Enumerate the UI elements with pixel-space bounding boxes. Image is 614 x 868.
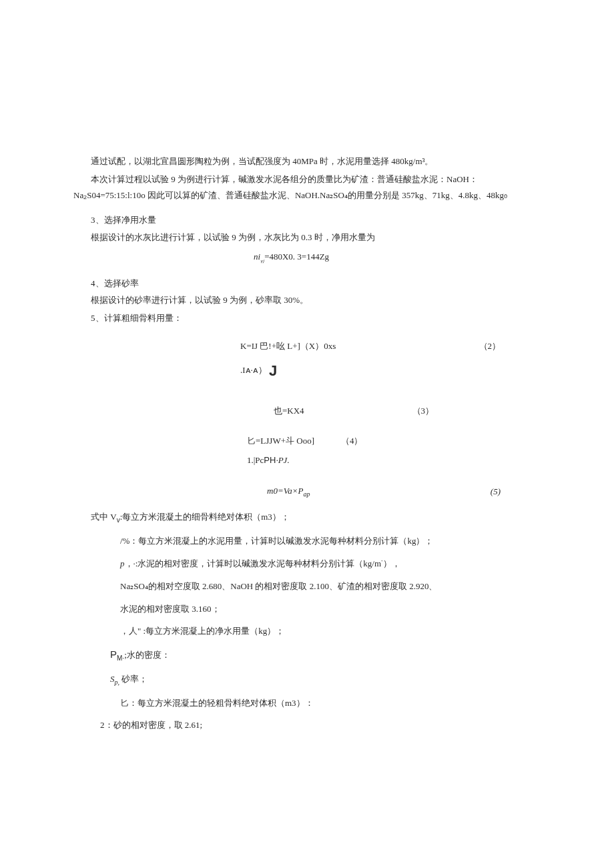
formula-text: .Iᴀ·ᴀ） — [240, 365, 267, 375]
formula-text: 也=KX4 — [274, 403, 304, 418]
formula-number: （3） — [304, 403, 541, 418]
formula-number: (5) — [310, 484, 541, 499]
formula-text: 匕=LJJW+斗 Ooo] — [247, 433, 314, 448]
definition-line: ，人" :每立方米混凝上的净水用量（kg）； — [120, 623, 541, 638]
formula-2: K=IJ 巴!+吆 L+]（X）0xs （2） — [73, 338, 541, 354]
paragraph: 通过试配，以湖北宜昌圆形陶粒为例，当试配强度为 40MPa 时，水泥用量选择 4… — [73, 153, 541, 169]
formula-3: 也=KX4 （3） — [73, 403, 541, 418]
formula-4b: 1.|PcPH·PJ. — [73, 452, 541, 468]
formula-text: PH — [264, 455, 276, 465]
section-heading-5: 5、计算粗细骨料用量： — [73, 310, 541, 326]
formula-5: m0=Va×Pap (5) — [73, 483, 541, 500]
def-text: 式中 V — [91, 512, 117, 522]
paragraph: 根据设计的砂率进行计算，以试验 9 为例，砂率取 30%。 — [73, 292, 541, 308]
section-heading-3: 3、选择净用水量 — [73, 212, 541, 228]
definition-line: 2：砂的相对密度，取 2.61; — [100, 717, 541, 733]
formula-text: =480X0. 3=144Zg — [264, 252, 329, 262]
def-text: 砂率； — [119, 674, 147, 684]
definitions-block: 式中 Vv:每立方米混凝土的细骨料绝对体积（m3）； /%：每立方米混凝上的水泥… — [73, 509, 541, 733]
formula-number: （4） — [314, 433, 541, 448]
formula-1: niᵧⱼ=480X0. 3=144Zg — [73, 249, 541, 266]
paragraph: 本次计算过程以试验 9 为例进行计算，碱激发水泥各组分的质量比为矿渣：普通硅酸盐… — [73, 171, 541, 203]
definition-line: Sp, 砂率； — [110, 671, 541, 689]
formula-2b: .Iᴀ·ᴀ） J — [73, 358, 541, 384]
def-text: ，·:水泥的相对密度，计算时以碱激发水泥每种材料分别计算（kg/m — [125, 559, 382, 569]
def-subscript: M· — [117, 655, 124, 662]
formula-text: 1.|Pc — [247, 455, 264, 465]
def-subscript: p, — [115, 679, 120, 686]
formula-text: ni — [254, 252, 260, 262]
definition-line: 匕：每立方米混凝土的轻粗骨料绝对体积（m3）： — [120, 695, 541, 711]
formula-subscript: ap — [303, 490, 310, 497]
formula-big-j: J — [269, 362, 277, 379]
definition-line: 水泥的相对密度取 3.160； — [120, 601, 541, 616]
formula-4: 匕=LJJW+斗 Ooo] （4） — [73, 433, 541, 448]
formula-text: m0=Va×P — [267, 486, 303, 496]
formula-text: ·PJ. — [276, 455, 289, 465]
def-text: P — [110, 648, 117, 660]
paragraph: 根据设计的水灰比进行计算，以试验 9 为例，水灰比为 0.3 时，净用水量为 — [73, 230, 541, 245]
section-heading-4: 4、选择砂率 — [73, 276, 541, 291]
definition-line: /%：每立方米混凝上的水泥用量，计算时以碱激发水泥每种材料分别计算（kg）； — [120, 533, 541, 548]
def-text: :每立方米混凝土的细骨料绝对体积（m3）； — [120, 512, 290, 522]
def-text: ;水的密度： — [124, 650, 170, 660]
definition-line: p，·:水泥的相对密度，计算时以碱激发水泥每种材料分别计算（kg/m·）， — [120, 555, 541, 572]
definition-line: 式中 Vv:每立方米混凝土的细骨料绝对体积（m3）； — [73, 509, 541, 526]
document-page: 通过试配，以湖北宜昌圆形陶粒为例，当试配强度为 40MPa 时，水泥用量选择 4… — [0, 0, 614, 868]
formula-number: （2） — [336, 338, 541, 354]
formula-text: K=IJ 巴!+吆 L+]（X）0xs — [240, 338, 336, 354]
definition-line: PM·;水的密度： — [110, 645, 541, 665]
def-text: ）， — [383, 559, 400, 569]
definition-line: Na₂SO₄的相对空度取 2.680、NaOH 的相对密度取 2.100、矿渣的… — [120, 578, 541, 594]
